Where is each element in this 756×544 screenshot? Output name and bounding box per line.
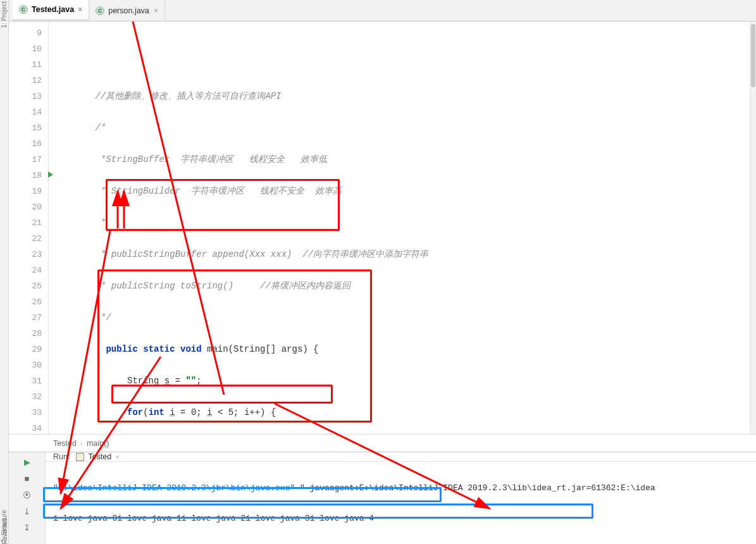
left-tool-strip: 1: Project 2: Structure <box>0 0 9 544</box>
breadcrumb-class[interactable]: Tested <box>53 439 77 448</box>
run-tab-label: Tested <box>88 452 111 461</box>
java-file-icon: C <box>19 5 28 14</box>
run-config-icon <box>76 453 84 461</box>
breadcrumb-sep: › <box>80 439 83 448</box>
console-cmd-path: "E:\idea\IntelliJ IDEA 2019.2.3\jbr\bin\… <box>53 483 300 493</box>
tab-label: person.java <box>108 6 149 15</box>
tab-person-java[interactable]: C person.java × <box>89 0 165 21</box>
run-tab-tested[interactable]: Tested × <box>76 452 119 461</box>
close-icon[interactable]: × <box>154 6 158 15</box>
favorites-strip: Favorites <box>0 487 9 544</box>
code-area[interactable]: //其他删除、修改、插入等方法可自行查询API /* *StringBuffer… <box>63 22 756 452</box>
dump-icon[interactable]: ⦿ <box>22 489 33 500</box>
run-panel: ▶ ■ ⦿ ⤓ ↧ Run: Tested × "E:\idea\Intelli… <box>9 452 756 544</box>
editor-tab-bar: C Tested.java × C person.java × <box>9 0 756 22</box>
tab-label: Tested.java <box>32 5 74 14</box>
console-line-3: i lova java 0i lova java 1i lova java 2i… <box>53 541 756 544</box>
breadcrumb[interactable]: Tested › main() <box>9 434 756 452</box>
console-output[interactable]: "E:\idea\IntelliJ IDEA 2019.2.3\jbr\bin\… <box>46 462 756 544</box>
project-tool-label[interactable]: 1: Project <box>1 1 8 28</box>
run-toolbar: ▶ ■ ⦿ ⤓ ↧ <box>9 452 46 544</box>
scrollbar-thumb[interactable] <box>751 24 755 87</box>
close-icon[interactable]: × <box>78 5 82 14</box>
rerun-icon[interactable]: ▶ <box>22 456 33 467</box>
run-gutter-icon[interactable] <box>48 171 53 178</box>
close-icon[interactable]: × <box>115 453 119 461</box>
favorites-tool-label[interactable]: Favorites <box>1 518 8 544</box>
run-content: Run: Tested × "E:\idea\IntelliJ IDEA 201… <box>46 452 756 544</box>
run-label: Run: <box>53 452 70 461</box>
fold-gutter <box>49 22 63 452</box>
editor: 9 10 11 12 13 14 15 16 17 18 19 20 21 22… <box>9 22 756 452</box>
export-icon[interactable]: ⤓ <box>22 505 33 517</box>
editor-scrollbar[interactable] <box>750 22 756 434</box>
breadcrumb-method[interactable]: main() <box>87 439 109 448</box>
restart-icon[interactable]: ↧ <box>22 522 33 533</box>
run-header: Run: Tested × <box>46 452 756 462</box>
line-number-gutter[interactable]: 9 10 11 12 13 14 15 16 17 18 19 20 21 22… <box>9 22 49 452</box>
console-line-2: i love java 0i love java 1i love java 2i… <box>53 511 756 526</box>
tab-tested-java[interactable]: C Tested.java × <box>13 0 89 21</box>
stop-icon[interactable]: ■ <box>22 473 33 484</box>
java-file-icon: C <box>96 6 104 15</box>
console-cmd-args: "-javaagent:E:\idea\IntelliJ IDEA 2019.2… <box>300 483 655 493</box>
